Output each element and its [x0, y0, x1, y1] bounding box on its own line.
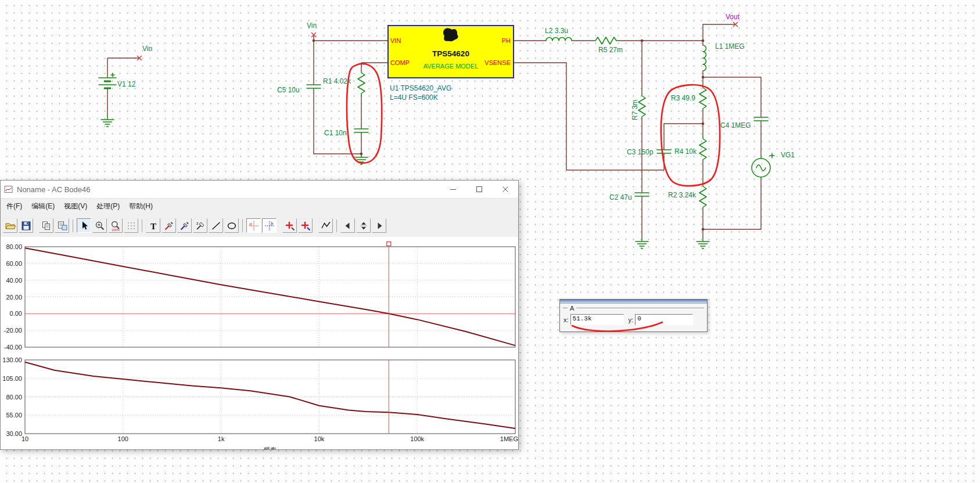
c1-label[interactable]: C1 10n: [324, 129, 347, 137]
plot-client-area: 80.0060.0040.0020.000.00-20.00-40.00130.…: [1, 237, 518, 449]
menu-item-1[interactable]: 编辑(E): [27, 199, 59, 214]
toolbar-button-cursor-a-icon[interactable]: a: [246, 218, 261, 233]
capacitor-c2[interactable]: C2 47u: [609, 193, 649, 201]
toolbar-separator: [73, 219, 73, 232]
toolbar-button-marker-red-icon[interactable]: [282, 218, 297, 233]
u1-ref-label[interactable]: U1 TPS54620_AVG: [390, 84, 451, 92]
close-button[interactable]: [492, 181, 518, 198]
c3-label[interactable]: C3 150p: [627, 148, 654, 156]
capacitor-c5[interactable]: C5 10u: [277, 85, 321, 94]
cursor-a-icon: a: [248, 220, 260, 232]
c5-label[interactable]: C5 10u: [277, 86, 300, 94]
y-tick-label: 80.00: [6, 394, 22, 401]
y-tick-label: 55.00: [6, 412, 22, 419]
toolbar-button-probe-blue-icon[interactable]: [177, 218, 192, 233]
vout-tag[interactable]: Vout: [726, 13, 740, 21]
r1-label[interactable]: R1 4.02k: [323, 77, 351, 85]
probe-red-icon: [163, 220, 175, 232]
r3-label[interactable]: R3 49.9: [671, 94, 695, 102]
toolbar-button-probe-red-icon[interactable]: [161, 218, 176, 233]
text-icon: T: [148, 220, 159, 232]
minimize-button[interactable]: [440, 181, 466, 198]
l1-label[interactable]: L1 1MEG: [715, 42, 745, 51]
svg-text:a: a: [249, 220, 252, 226]
menu-item-2[interactable]: 视图(V): [59, 199, 92, 214]
toolbar-button-grid-icon[interactable]: [124, 218, 138, 233]
toolbar-button-copy-icon[interactable]: [39, 218, 53, 233]
toolbar-button-zoom-100-icon[interactable]: 100%: [108, 218, 123, 233]
c4-label[interactable]: C4 1MEG: [720, 121, 751, 129]
menu-bar: 件(F)编辑(E)视图(V)处理(P)帮助(H): [1, 199, 518, 214]
svg-text:z: z: [196, 221, 199, 225]
inductor-l1[interactable]: L1 1MEG: [703, 42, 745, 71]
gain-plot[interactable]: 80.0060.0040.0020.000.00-20.00-40.00: [4, 242, 515, 351]
vg1-label[interactable]: VG1: [781, 151, 795, 159]
svg-text:100%: 100%: [112, 228, 120, 231]
pin-label-vsense: VSENSE: [484, 59, 511, 66]
y-label: y:: [629, 316, 634, 323]
y-tick-label: 80.00: [6, 243, 22, 250]
menu-item-0[interactable]: 件(F): [2, 199, 27, 214]
r4-label[interactable]: R4 10k: [674, 147, 697, 156]
y-tick-label: -20.00: [4, 327, 22, 334]
l2-label[interactable]: L2 3.3u: [545, 27, 568, 35]
y-tick-label: 60.00: [6, 260, 22, 267]
menu-item-4[interactable]: 帮助(H): [124, 199, 157, 214]
r5-label[interactable]: R5 27m: [598, 46, 623, 54]
gain-curve: [25, 248, 515, 345]
toolbar-button-line-icon[interactable]: [209, 218, 223, 233]
zoom-in-icon: [94, 220, 106, 232]
toolbar-button-nav-right-icon[interactable]: [372, 218, 386, 233]
resistor-r3[interactable]: R3 49.9: [671, 86, 706, 110]
toolbar-button-polyline-icon[interactable]: [318, 218, 333, 233]
resistor-r2[interactable]: R2 3.24k: [668, 185, 706, 209]
x-tick-label: 1k: [218, 435, 225, 442]
pin-label-ph: PH: [502, 37, 511, 44]
ground-symbol[interactable]: [355, 154, 368, 164]
tps54620-box[interactable]: VIN COMP PH VSENSE TPS54620 AVERAGE MODE…: [388, 26, 514, 78]
toolbar-button-marker-blue-icon[interactable]: [298, 218, 313, 233]
menu-item-3[interactable]: 处理(P): [92, 199, 124, 214]
toolbar-button-cursor-b-icon[interactable]: b: [262, 218, 277, 233]
phase-plot[interactable]: 130.00105.0080.0055.0030.00: [2, 356, 515, 437]
vin-tag-left[interactable]: Vin: [142, 45, 152, 53]
toolbar-button-zoom-in-icon[interactable]: [92, 218, 107, 233]
cursor-x-field[interactable]: 51.3k: [570, 314, 624, 325]
resistor-r5[interactable]: R5 27m: [594, 37, 623, 54]
toolbar-button-nav-left-icon[interactable]: [340, 218, 355, 233]
c2-label[interactable]: C2 47u: [609, 193, 632, 201]
marker-blue-icon: [300, 220, 311, 232]
r2-label[interactable]: R2 3.24k: [668, 191, 697, 199]
plot-area[interactable]: 80.0060.0040.0020.000.00-20.00-40.00130.…: [1, 237, 518, 449]
ground-symbol[interactable]: [636, 238, 648, 248]
cursor-y-field[interactable]: 0: [635, 314, 693, 325]
toolbar-button-ellipse-icon[interactable]: [224, 218, 239, 233]
toolbar-button-text-icon[interactable]: T: [146, 218, 160, 233]
r7-label[interactable]: R7 3m: [631, 100, 639, 120]
v1-label[interactable]: V1 12: [117, 80, 136, 88]
save-icon: [20, 220, 32, 232]
generator-vg1[interactable]: VG1: [752, 151, 795, 177]
toolbar-button-copy-special-icon[interactable]: [55, 218, 69, 233]
toolbar-button-impedance-probe-icon[interactable]: z: [193, 218, 207, 233]
resistor-r4[interactable]: R4 10k: [674, 137, 706, 161]
cursor-a-handle[interactable]: [387, 242, 391, 246]
voltage-source-v1[interactable]: V1 12: [99, 73, 136, 88]
window-titlebar[interactable]: Noname - AC Bode46: [1, 181, 518, 199]
ground-symbol[interactable]: [697, 238, 709, 248]
toolbar-button-open-icon[interactable]: [3, 218, 17, 233]
cursor-group-label: A: [570, 305, 574, 312]
resistor-r7[interactable]: R7 3m: [631, 94, 645, 120]
toolbar-button-select-arrow-icon[interactable]: [77, 218, 91, 233]
resistor-r1[interactable]: R1 4.02k: [323, 71, 365, 95]
toolbar-button-nav-spin-icon[interactable]: [356, 218, 371, 233]
window-icon: [4, 185, 13, 194]
ground-symbol[interactable]: [101, 116, 114, 127]
toolbar-button-save-icon[interactable]: [19, 218, 33, 233]
panel-grip[interactable]: [560, 300, 707, 304]
u1-params-label[interactable]: L=4U FS=600K: [390, 93, 438, 102]
inductor-l2[interactable]: L2 3.3u: [545, 27, 572, 41]
maximize-button[interactable]: [466, 181, 492, 198]
vin-tag-top[interactable]: Vin: [307, 21, 317, 30]
grid-icon: [125, 220, 137, 232]
